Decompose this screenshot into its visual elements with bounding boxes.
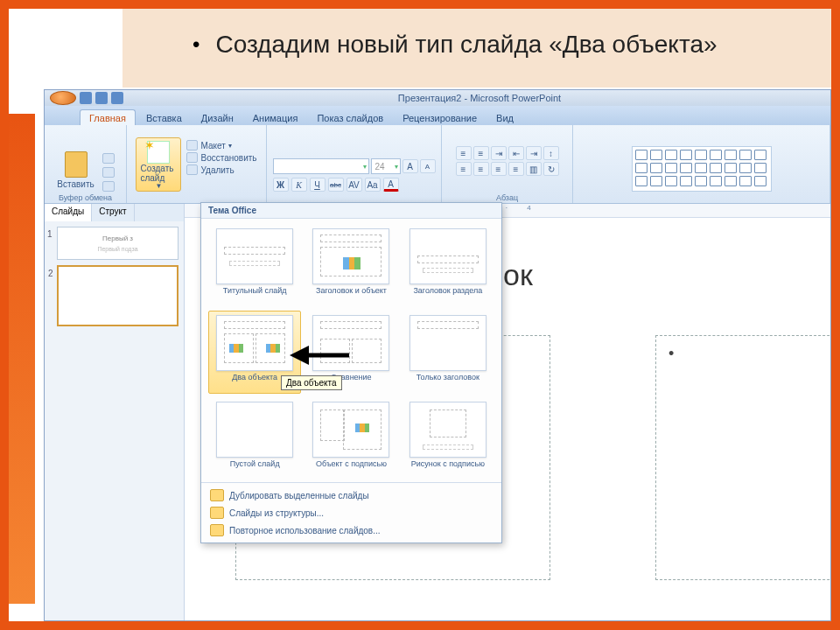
shape-curve-icon[interactable] xyxy=(695,150,707,160)
new-slide-button[interactable]: Создать слайд ▼ xyxy=(136,137,181,192)
layout-label: Заголовок и объект xyxy=(316,287,387,304)
thumbnails-tab-slides[interactable]: Слайды xyxy=(45,204,92,221)
shape-more15-icon[interactable] xyxy=(710,176,722,186)
shape-more2-icon[interactable] xyxy=(650,163,662,173)
shape-more8-icon[interactable] xyxy=(739,163,752,173)
qat-redo-icon[interactable] xyxy=(111,92,123,104)
cut-icon[interactable] xyxy=(102,153,115,164)
new-slide-icon xyxy=(147,141,170,164)
layout-title-slide[interactable]: Титульный слайд xyxy=(208,224,301,307)
delete-button[interactable]: Удалить xyxy=(186,164,256,175)
layout-picture-caption[interactable]: Рисунок с подписью xyxy=(402,397,494,480)
shape-freeform-icon[interactable] xyxy=(710,150,722,160)
font-color-button[interactable]: A xyxy=(383,178,399,192)
bullets-button[interactable]: ≡ xyxy=(456,146,472,160)
shape-connector-icon[interactable] xyxy=(739,150,752,160)
justify-button[interactable]: ≡ xyxy=(508,162,524,176)
tab-home[interactable]: Главная xyxy=(80,109,136,125)
italic-button[interactable]: К xyxy=(291,178,307,192)
indent-inc-button[interactable]: ⇥ xyxy=(526,146,542,160)
shrink-font-button[interactable]: A xyxy=(420,159,436,173)
duplicate-slides-option[interactable]: Дублировать выделенные слайды xyxy=(206,486,496,504)
reuse-icon xyxy=(210,524,224,536)
clipboard-group-label: Буфер обмена xyxy=(59,193,112,202)
thumbnails-tab-outline[interactable]: Структ xyxy=(92,204,134,221)
align-left-button[interactable]: ≡ xyxy=(456,162,472,176)
ribbon: Вставить Буфер обмена Создать слайд xyxy=(45,125,830,204)
shape-oval-icon[interactable] xyxy=(680,150,692,160)
option-label: Слайды из структуры... xyxy=(229,508,324,518)
tab-slideshow[interactable]: Показ слайдов xyxy=(308,110,392,125)
columns-button[interactable]: ▥ xyxy=(526,162,542,176)
shape-more3-icon[interactable] xyxy=(665,163,677,173)
shape-more12-icon[interactable] xyxy=(665,176,677,186)
list-level-button[interactable]: ⇥ xyxy=(491,146,507,160)
layout-title-only[interactable]: Только заголовок xyxy=(402,311,494,394)
font-size-combo[interactable]: 24 xyxy=(371,158,401,174)
paste-label: Вставить xyxy=(57,179,94,189)
group-paragraph: ≡ ≡ ⇥ ⇤ ⇥ ↕ ≡ ≡ ≡ ≡ ▥ ↻ Абзац xyxy=(442,125,573,203)
slide-thumbnail-1[interactable]: 1 Первый з Первый подза xyxy=(57,227,178,260)
underline-button[interactable]: Ч xyxy=(310,178,326,192)
thumb1-title: Первый з xyxy=(61,234,174,242)
font-name-combo[interactable] xyxy=(273,158,369,174)
char-spacing-button[interactable]: AV xyxy=(346,178,362,192)
content-placeholder-right[interactable]: • xyxy=(655,335,830,580)
shape-more6-icon[interactable] xyxy=(710,163,722,173)
thumb1-subtitle: Первый подза xyxy=(61,246,174,252)
shape-more10-icon[interactable] xyxy=(635,176,648,186)
shape-more11-icon[interactable] xyxy=(650,176,662,186)
tab-review[interactable]: Рецензирование xyxy=(394,110,486,125)
slide-thumbnail-2[interactable]: 2 xyxy=(57,265,178,326)
tab-insert[interactable]: Вставка xyxy=(137,110,191,125)
qat-undo-icon[interactable] xyxy=(95,92,108,104)
layout-blank[interactable]: Пустой слайд xyxy=(208,397,301,480)
paste-button[interactable]: Вставить xyxy=(57,151,95,189)
shapes-gallery[interactable] xyxy=(632,146,772,192)
shape-more18-icon[interactable] xyxy=(754,176,766,186)
shape-rect-icon[interactable] xyxy=(665,150,677,160)
decorative-sidebar-stripe xyxy=(9,114,35,604)
line-spacing-button[interactable]: ↕ xyxy=(543,146,559,160)
title-bar: Презентация2 - Microsoft PowerPoint xyxy=(45,90,830,106)
text-direction-button[interactable]: ↻ xyxy=(543,162,559,176)
grow-font-button[interactable]: A xyxy=(402,159,418,173)
shape-more17-icon[interactable] xyxy=(739,176,752,186)
reset-button[interactable]: Восстановить xyxy=(186,152,256,163)
paste-icon xyxy=(65,151,88,178)
bold-button[interactable]: Ж xyxy=(273,178,289,192)
tab-view[interactable]: Вид xyxy=(487,110,522,125)
shape-more1-icon[interactable] xyxy=(635,163,648,173)
tab-design[interactable]: Дизайн xyxy=(192,110,242,125)
change-case-button[interactable]: Aa xyxy=(365,178,381,192)
qat-save-icon[interactable] xyxy=(80,92,92,104)
shape-more9-icon[interactable] xyxy=(754,163,766,173)
new-slide-label: Создать слайд xyxy=(140,164,177,183)
shape-line-icon[interactable] xyxy=(635,150,648,160)
shape-more16-icon[interactable] xyxy=(724,176,737,186)
slides-from-outline-option[interactable]: Слайды из структуры... xyxy=(206,504,496,522)
numbering-button[interactable]: ≡ xyxy=(473,146,489,160)
office-button[interactable] xyxy=(50,91,76,105)
layout-object-caption[interactable]: Объект с подписью xyxy=(304,397,397,480)
shape-arrow-icon[interactable] xyxy=(650,150,662,160)
layout-title-content[interactable]: Заголовок и объект xyxy=(304,224,397,307)
align-right-button[interactable]: ≡ xyxy=(491,162,507,176)
align-center-button[interactable]: ≡ xyxy=(473,162,489,176)
copy-icon[interactable] xyxy=(102,167,115,178)
placeholder-text-right: • xyxy=(656,336,830,372)
shape-more7-icon[interactable] xyxy=(724,163,737,173)
shape-text-icon[interactable] xyxy=(724,150,737,160)
tab-animation[interactable]: Анимация xyxy=(244,110,307,125)
format-painter-icon[interactable] xyxy=(102,181,115,192)
layout-section-header[interactable]: Заголовок раздела xyxy=(402,224,494,307)
shape-more5-icon[interactable] xyxy=(695,163,707,173)
indent-dec-button[interactable]: ⇤ xyxy=(508,146,524,160)
shape-brace-icon[interactable] xyxy=(754,150,766,160)
shape-more14-icon[interactable] xyxy=(695,176,707,186)
shape-more4-icon[interactable] xyxy=(680,163,692,173)
reuse-slides-option[interactable]: Повторное использование слайдов... xyxy=(206,522,496,539)
layout-button[interactable]: Макет▾ xyxy=(186,140,256,150)
shape-more13-icon[interactable] xyxy=(680,176,692,186)
strike-button[interactable]: abc xyxy=(328,178,344,192)
